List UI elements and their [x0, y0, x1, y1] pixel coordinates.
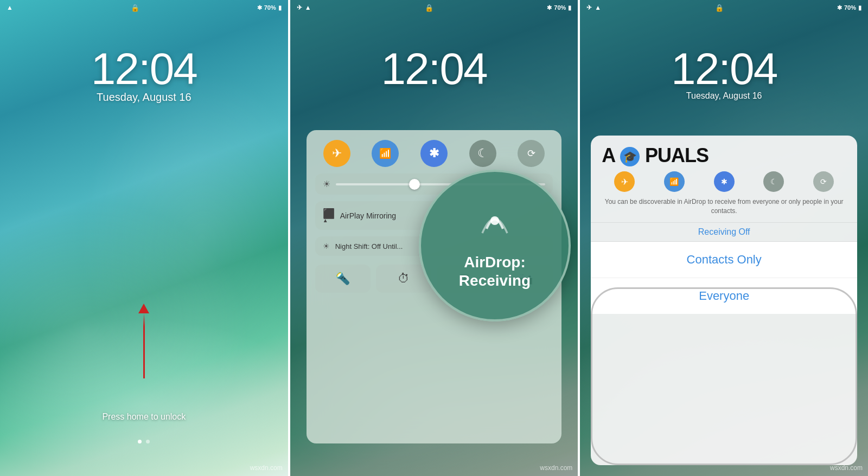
- status-bar-3: ✈ ▲ 🔒 ✱ 70% ▮: [580, 0, 868, 15]
- status-bar-1: ▲ 🔒 ✱ 70% ▮: [0, 0, 288, 15]
- airdrop-options-sheet: A 🎓 PUALS ✈ 📶 ✱ ☾ ⟳ You can be discovera…: [591, 136, 857, 465]
- press-home-label: Press home to unlock: [0, 412, 288, 422]
- panel-3-airdrop-options: ✈ ▲ 🔒 ✱ 70% ▮ 12:04 Tuesday, August 16 A…: [580, 0, 868, 476]
- dot-active: [138, 440, 142, 443]
- status-bar-2: ✈ ▲ 🔒 ✱ 70% ▮: [290, 0, 578, 15]
- appuals-logo: A 🎓 PUALS: [591, 136, 857, 171]
- airplane-mode-icon: ✈: [332, 146, 342, 160]
- bluetooth-button[interactable]: ✱: [420, 140, 448, 167]
- bluetooth-icon-3: ✱: [837, 4, 842, 11]
- flashlight-button[interactable]: 🔦: [315, 265, 371, 293]
- status-left-2: ✈ ▲: [297, 4, 311, 11]
- battery-icon-2: ▮: [568, 4, 571, 11]
- cc-top-row: ✈ 📶 ✱ ☾ ⟳: [315, 140, 553, 167]
- arrow-head: [138, 304, 149, 313]
- lock-icon-center-3: 🔒: [715, 4, 724, 12]
- swipe-up-arrow: [138, 304, 149, 378]
- rot-button-3[interactable]: ⟳: [813, 171, 834, 192]
- airplane-status-icon: ✈: [297, 4, 302, 11]
- clock-display-3: 12:04: [580, 43, 868, 94]
- airplay-label: AirPlay Mirroring: [340, 211, 396, 220]
- battery-percent-1: 70%: [264, 4, 276, 11]
- airdrop-svg-icon: [476, 202, 514, 240]
- dot-inactive: [146, 440, 150, 443]
- contacts-only-option[interactable]: Contacts Only: [591, 242, 857, 278]
- lock-icon-center: 🔒: [131, 4, 139, 12]
- wifi-button-3[interactable]: 📶: [664, 171, 685, 192]
- status-left-1: ▲: [7, 4, 13, 11]
- date-display-3: Tuesday, August 16: [580, 91, 868, 101]
- rotation-lock-button[interactable]: ⟳: [518, 140, 545, 167]
- lock-icon-center-2: 🔒: [425, 4, 433, 12]
- wifi-status-icon-3: ▲: [595, 4, 601, 11]
- brightness-icon: ☀: [323, 179, 330, 189]
- do-not-disturb-icon: ☾: [477, 146, 488, 160]
- clock-display-2: 12:04: [290, 43, 578, 94]
- airdrop-option-list: Contacts Only Everyone: [591, 242, 857, 314]
- airdrop-popup: AirDrop: Receiving: [419, 170, 571, 321]
- dnd-button-3[interactable]: ☾: [763, 171, 784, 192]
- clock-display-1: 12:04: [0, 43, 288, 94]
- watermark-1: wsxdn.com: [250, 464, 283, 472]
- panel-2-control-center: ✈ ▲ 🔒 ✱ 70% ▮ 12:04 ✈ 📶 ✱ ☾: [290, 0, 578, 476]
- wifi-button[interactable]: 📶: [372, 140, 399, 167]
- bluetooth-icon: ✱: [257, 4, 262, 11]
- bluetooth-button-icon: ✱: [429, 146, 439, 160]
- lock-time-1: 12:04 Tuesday, August 16: [0, 43, 288, 104]
- airplane-status-icon-3: ✈: [586, 4, 592, 11]
- airplay-icon: ⬛▲: [323, 208, 335, 223]
- watermark-2: wsxdn.com: [540, 464, 572, 472]
- timer-icon: ⏱: [398, 272, 410, 286]
- night-shift-label: Night Shift: Off Until...: [335, 242, 403, 250]
- status-right-3: ✱ 70% ▮: [837, 4, 861, 11]
- receiving-off-option[interactable]: Receiving Off: [591, 222, 857, 242]
- status-left-3: ✈ ▲: [586, 4, 601, 11]
- rotation-lock-icon: ⟳: [527, 147, 535, 159]
- status-right-2: ✱ 70% ▮: [547, 4, 571, 11]
- battery-percent-2: 70%: [554, 4, 566, 11]
- wifi-button-icon: 📶: [379, 147, 391, 159]
- lock-time-3: 12:04 Tuesday, August 16: [580, 43, 868, 101]
- airplane-mode-button[interactable]: ✈: [323, 140, 350, 167]
- flashlight-icon: 🔦: [335, 272, 350, 286]
- airdrop-popup-icon: [476, 202, 514, 248]
- cc-top-row-3: ✈ 📶 ✱ ☾ ⟳: [591, 171, 857, 197]
- bluetooth-icon-2: ✱: [547, 4, 552, 11]
- home-indicator: [138, 440, 150, 443]
- wifi-status-icon: ▲: [305, 4, 311, 11]
- battery-percent-3: 70%: [844, 4, 856, 11]
- watermark-3: wsxdn.com: [830, 464, 863, 472]
- night-shift-icon: ☀: [323, 242, 330, 250]
- wifi-icon: ▲: [7, 4, 13, 11]
- panel-1-lockscreen: ▲ 🔒 ✱ 70% ▮ 12:04 Tuesday, August 16 Pre…: [0, 0, 288, 476]
- everyone-option[interactable]: Everyone: [591, 278, 857, 314]
- logo-text: A 🎓 PUALS: [602, 144, 709, 167]
- arrow-line: [143, 313, 145, 378]
- divider-1-2: [288, 0, 290, 476]
- divider-2-3: [578, 0, 580, 476]
- battery-icon-1: ▮: [278, 4, 282, 11]
- brightness-thumb[interactable]: [409, 179, 420, 190]
- logo-mascot: 🎓: [620, 147, 640, 166]
- bt-button-3[interactable]: ✱: [714, 171, 735, 192]
- status-right-1: ✱ 70% ▮: [257, 4, 282, 11]
- airplane-button-3[interactable]: ✈: [614, 171, 635, 192]
- airdrop-popup-title: AirDrop: Receiving: [459, 253, 531, 290]
- airdrop-description: You can be discoverable in AirDrop to re…: [591, 197, 857, 222]
- lock-time-2: 12:04: [290, 43, 578, 94]
- battery-icon-3: ▮: [858, 4, 861, 11]
- date-display-1: Tuesday, August 16: [0, 91, 288, 104]
- do-not-disturb-button[interactable]: ☾: [469, 140, 496, 167]
